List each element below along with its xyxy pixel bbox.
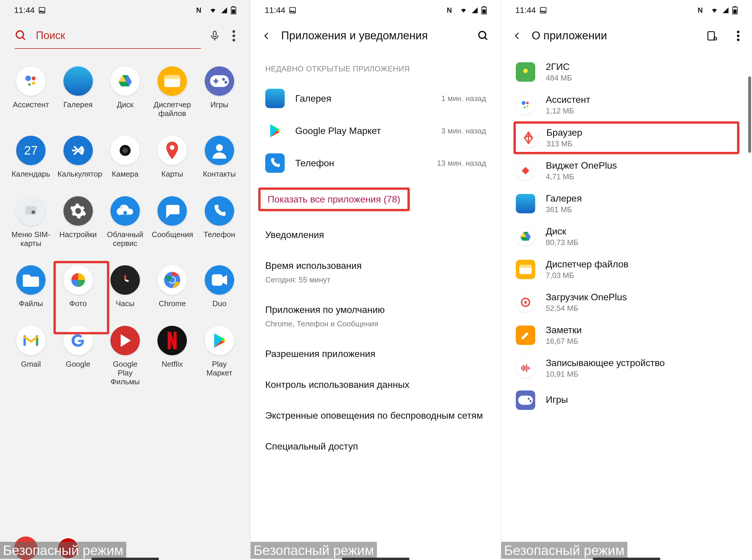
app-сообщения[interactable]: Сообщения <box>150 196 194 248</box>
app-google-play-фильмы[interactable]: Google Play Фильмы <box>103 326 147 386</box>
app-меню-sim-карты[interactable]: Меню SIM-карты <box>9 196 53 248</box>
back-icon[interactable] <box>513 30 522 42</box>
menu-title: Контроль использования данных <box>265 379 409 390</box>
settings-menu-item[interactable]: Время использованияСегодня: 55 минут <box>250 250 501 294</box>
nav-hint[interactable] <box>593 558 660 560</box>
screen-launcher: 11:44 N Поиск АссистентГалереяДискДиспет… <box>0 0 250 560</box>
settings-menu-item[interactable]: Контроль использования данных <box>250 369 501 400</box>
app-name: Записывающее устройство <box>546 358 737 368</box>
app-size: 361 МБ <box>546 205 737 214</box>
app-настройки[interactable]: Настройки <box>56 196 100 248</box>
app-диск[interactable]: Диск <box>103 66 147 118</box>
svg-point-53 <box>737 34 740 37</box>
app-icon <box>516 358 535 378</box>
app-диспетчер-файлов[interactable]: Диспетчер файлов <box>150 66 194 118</box>
app-label: Меню SIM-карты <box>10 231 52 248</box>
nfc-icon: N <box>196 6 206 14</box>
svg-text:N: N <box>447 6 452 14</box>
svg-point-5 <box>16 31 23 38</box>
app-name: Ассистент <box>546 94 737 105</box>
app-галерея[interactable]: Галерея <box>56 66 100 118</box>
svg-rect-4 <box>233 6 235 7</box>
battery-icon <box>482 6 487 14</box>
app-play-маркет[interactable]: Play Маркет <box>197 326 242 386</box>
app-icon <box>63 196 93 226</box>
app-list-item[interactable]: Диспетчер файлов7,03 МБ <box>501 253 752 286</box>
app-часы[interactable]: Часы <box>103 265 147 308</box>
app-size: 484 МБ <box>546 74 737 83</box>
recent-app-item[interactable]: Google Play Маркет3 мин. назад <box>250 115 501 147</box>
app-list-item[interactable]: Галерея361 МБ <box>501 187 752 220</box>
filter-icon[interactable] <box>707 30 718 41</box>
app-list-item[interactable]: Виджет OnePlus4,71 МБ <box>501 154 752 187</box>
app-label: Диск <box>117 100 134 109</box>
app-label: Duo <box>212 299 226 308</box>
app-duo[interactable]: Duo <box>197 265 242 308</box>
app-фото[interactable]: Фото <box>56 265 100 308</box>
app-label: Карты <box>161 170 183 179</box>
svg-rect-37 <box>212 275 223 286</box>
recent-app-item[interactable]: Телефон13 мин. назад <box>250 147 501 179</box>
overflow-icon[interactable] <box>232 29 236 42</box>
search-icon[interactable] <box>477 30 489 42</box>
mic-icon[interactable] <box>209 29 220 42</box>
recent-app-item[interactable]: Галерея1 мин. назад <box>250 82 501 115</box>
page-title: О приложении <box>532 29 696 42</box>
screen-app-info: 11:44 N О приложении 2ГИС484 МБАссистент… <box>501 0 752 560</box>
app-list-item[interactable]: Записывающее устройство10,91 МБ <box>501 352 752 385</box>
app-ассистент[interactable]: Ассистент <box>9 66 53 118</box>
app-size: 313 МБ <box>546 139 734 148</box>
app-label: Chrome <box>159 299 186 308</box>
nav-hint[interactable] <box>342 558 409 560</box>
app-list-item[interactable]: Заметки16,67 МБ <box>501 319 752 352</box>
settings-menu-item[interactable]: Уведомления <box>250 219 501 250</box>
app-камера[interactable]: Камера <box>103 136 147 179</box>
settings-menu-item[interactable]: Приложения по умолчаниюChrome, Телефон и… <box>250 294 501 338</box>
app-icon <box>516 227 535 246</box>
picture-icon <box>38 6 46 14</box>
app-netflix[interactable]: Netflix <box>150 326 194 386</box>
app-телефон[interactable]: Телефон <box>197 196 242 248</box>
app-калькулятор[interactable]: Калькулятор <box>56 136 100 179</box>
app-календарь[interactable]: 27Календарь <box>9 136 53 179</box>
app-list-item[interactable]: 2ГИС484 МБ <box>501 56 752 88</box>
settings-menu-item[interactable]: Экстренные оповещения по беспроводным се… <box>250 400 501 431</box>
app-облачный-сервис[interactable]: Облачный сервис <box>103 196 147 248</box>
settings-menu-item[interactable]: Разрешения приложения <box>250 338 501 369</box>
app-icon <box>110 136 140 165</box>
app-игры[interactable]: Игры <box>197 66 242 118</box>
app-list-item[interactable]: Браузер313 МБ <box>513 121 739 154</box>
app-icon <box>205 66 234 96</box>
app-контакты[interactable]: Контакты <box>197 136 242 179</box>
app-list-item[interactable]: Игры <box>501 385 752 416</box>
back-icon[interactable] <box>262 30 271 42</box>
nav-hint[interactable] <box>92 558 159 560</box>
svg-point-27 <box>122 147 128 153</box>
recent-subhead: НЕДАВНО ОТКРЫТЫЕ ПРИЛОЖЕНИЯ <box>250 56 501 82</box>
app-label: Контакты <box>203 170 236 179</box>
status-icons: N <box>196 6 236 14</box>
app-карты[interactable]: Карты <box>150 136 194 179</box>
app-list-item[interactable]: Загрузчик OnePlus52,54 МБ <box>501 286 752 319</box>
app-gmail[interactable]: Gmail <box>9 326 53 386</box>
status-time: 11:44 <box>515 5 536 15</box>
battery-icon <box>732 6 738 14</box>
app-list-item[interactable]: Ассистент1,12 МБ <box>501 88 752 121</box>
svg-point-65 <box>524 301 527 304</box>
app-label: Google Play Фильмы <box>105 360 146 386</box>
app-size: 7,03 МБ <box>546 271 737 280</box>
menu-title: Экстренные оповещения по беспроводным се… <box>265 410 483 421</box>
app-google[interactable]: Google <box>56 326 100 386</box>
app-label: Фото <box>69 299 87 308</box>
app-chrome[interactable]: Chrome <box>150 265 194 308</box>
app-list-item[interactable]: Диск80,73 МБ <box>501 220 752 253</box>
scrollbar[interactable] <box>748 76 751 153</box>
app-файлы[interactable]: Файлы <box>9 265 53 308</box>
search-input[interactable]: Поиск <box>15 29 201 49</box>
show-all-apps[interactable]: Показать все приложения (78) <box>250 179 501 219</box>
app-label: Галерея <box>63 100 93 109</box>
settings-menu-item[interactable]: Специальный доступ <box>250 431 501 462</box>
svg-rect-48 <box>733 9 736 14</box>
overflow-icon[interactable] <box>736 30 740 42</box>
menu-title: Приложения по умолчанию <box>265 304 385 315</box>
